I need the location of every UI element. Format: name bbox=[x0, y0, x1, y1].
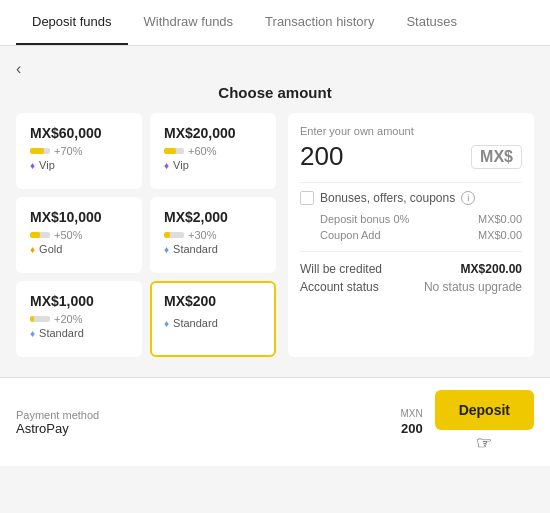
card-bonus: +60% bbox=[164, 145, 262, 157]
footer-currency: MXN bbox=[400, 408, 422, 419]
tab-transaction-history[interactable]: Transaction history bbox=[249, 0, 390, 45]
footer-amount: 200 bbox=[401, 421, 423, 436]
payment-method-label: Payment method bbox=[16, 409, 400, 421]
bonuses-row: Bonuses, offers, coupons i bbox=[300, 191, 522, 205]
card-10000[interactable]: MX$10,000 +50% ♦ Gold bbox=[16, 197, 142, 273]
credited-section: Will be credited MX$200.00 Account statu… bbox=[300, 251, 522, 294]
card-tier: ♦ Standard bbox=[164, 243, 262, 255]
card-2000[interactable]: MX$2,000 +30% ♦ Standard bbox=[150, 197, 276, 273]
coupon-label: Coupon Add bbox=[320, 229, 381, 241]
card-tier: ♦ Standard bbox=[30, 327, 128, 339]
info-icon[interactable]: i bbox=[461, 191, 475, 205]
card-bonus: +30% bbox=[164, 229, 262, 241]
card-amount: MX$2,000 bbox=[164, 209, 262, 225]
will-be-credited-row: Will be credited MX$200.00 bbox=[300, 262, 522, 276]
deposit-button[interactable]: Deposit bbox=[435, 390, 534, 430]
payment-info: Payment method AstroPay bbox=[16, 409, 400, 436]
card-tier: ♦ Vip bbox=[164, 159, 262, 171]
standard-icon: ♦ bbox=[30, 328, 35, 339]
currency-badge: MX$ bbox=[471, 145, 522, 169]
divider bbox=[300, 182, 522, 183]
card-bonus: +50% bbox=[30, 229, 128, 241]
amount-cards-grid: MX$60,000 +70% ♦ Vip MX$20,000 +60% ♦ bbox=[16, 113, 276, 357]
will-be-credited-value: MX$200.00 bbox=[461, 262, 522, 276]
diamond-icon: ♦ bbox=[30, 160, 35, 171]
card-bonus: +70% bbox=[30, 145, 128, 157]
card-tier: ♦ Vip bbox=[30, 159, 128, 171]
tab-deposit-funds[interactable]: Deposit funds bbox=[16, 0, 128, 45]
coupon-value: MX$0.00 bbox=[478, 229, 522, 241]
card-1000[interactable]: MX$1,000 +20% ♦ Standard bbox=[16, 281, 142, 357]
bonuses-checkbox[interactable] bbox=[300, 191, 314, 205]
bonuses-label: Bonuses, offers, coupons bbox=[320, 191, 455, 205]
card-20000[interactable]: MX$20,000 +60% ♦ Vip bbox=[150, 113, 276, 189]
deposit-bonus-value: MX$0.00 bbox=[478, 213, 522, 225]
card-tier: ♦ Standard bbox=[164, 317, 262, 329]
footer: Payment method AstroPay MXN 200 Deposit … bbox=[0, 377, 550, 466]
back-button[interactable]: ‹ bbox=[16, 56, 21, 82]
cursor-hint: ☞ bbox=[476, 432, 492, 454]
card-amount: MX$60,000 bbox=[30, 125, 128, 141]
deposit-bonus-label: Deposit bonus 0% bbox=[320, 213, 409, 225]
will-be-credited-label: Will be credited bbox=[300, 262, 382, 276]
standard-icon: ♦ bbox=[164, 244, 169, 255]
deposit-bonus-row: Deposit bonus 0% MX$0.00 bbox=[300, 213, 522, 225]
card-bonus: +20% bbox=[30, 313, 128, 325]
tab-statuses[interactable]: Statuses bbox=[390, 0, 473, 45]
diamond-icon: ♦ bbox=[164, 160, 169, 171]
footer-right: MXN 200 bbox=[400, 408, 434, 436]
card-60000[interactable]: MX$60,000 +70% ♦ Vip bbox=[16, 113, 142, 189]
tab-withdraw-funds[interactable]: Withdraw funds bbox=[128, 0, 250, 45]
card-amount: MX$200 bbox=[164, 293, 262, 309]
account-status-row: Account status No status upgrade bbox=[300, 280, 522, 294]
payment-method-value: AstroPay bbox=[16, 421, 400, 436]
card-tier: ♦ Gold bbox=[30, 243, 128, 255]
account-status-value: No status upgrade bbox=[424, 280, 522, 294]
amount-value: 200 bbox=[300, 141, 343, 172]
section-title: Choose amount bbox=[16, 84, 534, 101]
card-200[interactable]: MX$200 ♦ Standard bbox=[150, 281, 276, 357]
coupon-add-link[interactable]: Add bbox=[361, 229, 381, 241]
tabs-bar: Deposit funds Withdraw funds Transaction… bbox=[0, 0, 550, 46]
account-status-label: Account status bbox=[300, 280, 379, 294]
standard-icon: ♦ bbox=[164, 318, 169, 329]
coupon-row: Coupon Add MX$0.00 bbox=[300, 229, 522, 241]
amount-label: Enter your own amount bbox=[300, 125, 522, 137]
gold-icon: ♦ bbox=[30, 244, 35, 255]
card-amount: MX$10,000 bbox=[30, 209, 128, 225]
card-amount: MX$1,000 bbox=[30, 293, 128, 309]
right-panel: Enter your own amount 200 MX$ Bonuses, o… bbox=[288, 113, 534, 357]
card-amount: MX$20,000 bbox=[164, 125, 262, 141]
